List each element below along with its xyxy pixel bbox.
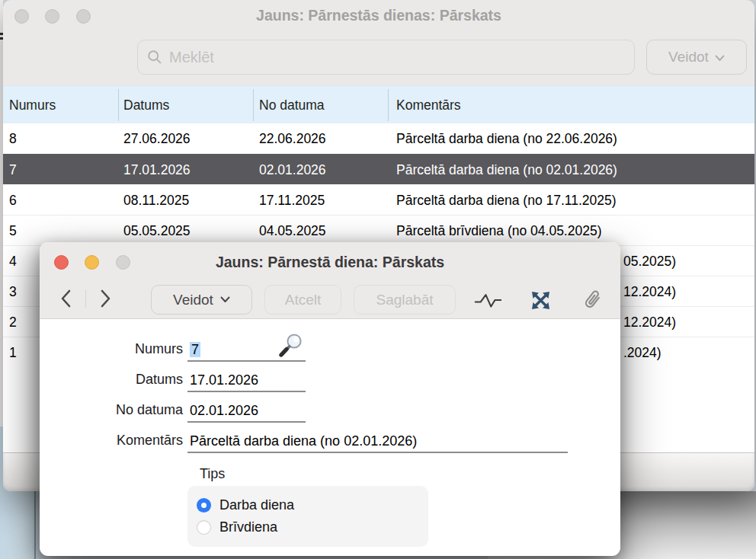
detail-window-title: Jauns: Pārnestā diena: Pārskats xyxy=(40,254,620,271)
chevron-down-icon xyxy=(220,296,230,303)
cell-no-datuma: 22.06.2026 xyxy=(259,131,326,147)
table-row[interactable]: 827.06.202622.06.2026Pārceltā darba dien… xyxy=(3,123,754,154)
toolbar-divider xyxy=(85,289,86,308)
cell-numurs: 8 xyxy=(9,131,17,147)
table-row[interactable]: 717.01.202602.01.2026Pārceltā darba dien… xyxy=(3,154,754,184)
column-divider xyxy=(253,89,254,121)
cell-komentars-partial: 12.2024) xyxy=(623,314,676,330)
cancel-button-label: Atcelt xyxy=(285,292,322,308)
save-button-label: Saglabāt xyxy=(376,292,433,308)
detail-window-titlebar[interactable]: Jauns: Pārnestā diena: Pārskats Veidot xyxy=(40,242,620,319)
table-header: Numurs Datums No datuma Komentārs xyxy=(3,85,754,124)
radio-icon[interactable] xyxy=(197,498,211,513)
column-header-no-datuma[interactable]: No datuma xyxy=(259,97,325,113)
radio-option-label: Darba diena xyxy=(219,497,294,513)
no-datuma-value: 02.01.2026 xyxy=(187,403,258,421)
cell-no-datuma: 02.01.2026 xyxy=(259,161,326,177)
cell-komentars-partial: .2024) xyxy=(623,344,662,360)
activity-icon xyxy=(474,289,501,311)
radio-option-brivdiena[interactable]: Brīvdiena xyxy=(197,516,428,538)
cell-datums: 08.11.2025 xyxy=(123,192,189,208)
create-button[interactable]: Veidot xyxy=(646,40,747,75)
forward-button[interactable] xyxy=(93,285,119,312)
no-datuma-field[interactable]: 02.01.2026 xyxy=(187,398,306,423)
radio-option-darba-diena[interactable]: Darba diena xyxy=(197,494,428,516)
column-divider xyxy=(118,89,119,121)
datums-field[interactable]: 17.01.2026 xyxy=(187,367,306,392)
search-placeholder: Meklēt xyxy=(169,49,214,66)
cell-numurs: 6 xyxy=(9,192,17,208)
cell-numurs: 3 xyxy=(9,283,17,299)
komentars-field[interactable]: Pārceltā darba diena (no 02.01.2026) xyxy=(187,428,568,453)
column-header-komentars[interactable]: Komentārs xyxy=(396,97,461,113)
cell-numurs: 4 xyxy=(9,253,17,269)
activity-button[interactable] xyxy=(474,286,501,314)
search-icon xyxy=(147,50,162,65)
save-button[interactable]: Saglabāt xyxy=(354,285,456,315)
cell-no-datuma: 04.05.2025 xyxy=(259,222,326,238)
list-window-toolbar: Meklēt Veidot xyxy=(3,34,754,85)
cell-numurs: 2 xyxy=(9,314,17,330)
cell-datums: 05.05.2025 xyxy=(123,222,191,238)
list-window-title: Jauns: Pārnestās dienas: Pārskats xyxy=(3,7,754,24)
list-window-titlebar[interactable]: Jauns: Pārnestās dienas: Pārskats xyxy=(3,0,754,34)
magnifier-icon xyxy=(277,332,304,358)
field-label-no-datuma: No datuma xyxy=(46,402,183,418)
cell-no-datuma: 17.11.2025 xyxy=(259,192,325,208)
attachments-button[interactable] xyxy=(578,286,606,314)
cell-numurs: 7 xyxy=(9,161,17,177)
radio-icon[interactable] xyxy=(197,520,211,535)
field-label-datums: Datums xyxy=(46,372,183,388)
datums-value: 17.01.2026 xyxy=(187,372,258,391)
create-button-label: Veidot xyxy=(668,49,709,65)
column-header-numurs[interactable]: Numurs xyxy=(9,97,56,113)
field-label-numurs: Numurs xyxy=(46,341,183,357)
cancel-button[interactable]: Atcelt xyxy=(264,285,341,315)
detail-window-toolbar: Veidot Atcelt Saglabāt xyxy=(40,280,620,318)
chevron-right-icon xyxy=(100,289,112,308)
cell-komentars: Pārceltā darba diena (no 17.11.2025) xyxy=(396,192,617,208)
radio-option-label: Brīvdiena xyxy=(219,519,277,535)
komentars-value: Pārceltā darba diena (no 02.01.2026) xyxy=(187,433,417,452)
cell-datums: 27.06.2026 xyxy=(123,131,191,147)
cell-komentars: Pārceltā darba diena (no 02.01.2026) xyxy=(396,161,617,177)
detail-window: Jauns: Pārnestā diena: Pārskats Veidot xyxy=(40,242,620,556)
chevron-down-icon xyxy=(715,55,725,62)
search-input[interactable]: Meklēt xyxy=(137,40,635,75)
expand-button[interactable] xyxy=(527,286,554,314)
lookup-button[interactable] xyxy=(277,332,304,361)
type-group-label: Tips xyxy=(200,466,225,482)
cell-komentars: Pārceltā brīvdiena (no 04.05.2025) xyxy=(396,222,601,238)
table-row[interactable]: 608.11.202517.11.2025Pārceltā darba dien… xyxy=(3,184,754,215)
cell-numurs: 5 xyxy=(9,222,17,238)
cell-numurs: 1 xyxy=(9,344,17,360)
numurs-value: 7 xyxy=(187,342,200,360)
cell-komentars-partial: 12.2024) xyxy=(623,283,676,299)
back-button[interactable] xyxy=(53,285,78,312)
type-radio-group: Darba diena Brīvdiena xyxy=(187,486,428,547)
selected-text: 7 xyxy=(190,342,200,357)
create-button-label: Veidot xyxy=(173,292,213,308)
table-row[interactable]: 505.05.202504.05.2025Pārceltā brīvdiena … xyxy=(3,215,754,245)
cell-datums: 17.01.2026 xyxy=(123,161,191,177)
cell-komentars-partial: 05.2025) xyxy=(623,253,676,269)
expand-icon xyxy=(530,290,551,311)
create-button[interactable]: Veidot xyxy=(151,285,252,315)
paperclip-icon xyxy=(579,287,605,313)
numurs-field[interactable]: 7 xyxy=(187,337,306,362)
field-label-komentars: Komentārs xyxy=(46,433,183,449)
cell-komentars: Pārceltā darba diena (no 22.06.2026) xyxy=(396,131,617,147)
chevron-left-icon xyxy=(59,289,72,308)
column-header-datums[interactable]: Datums xyxy=(123,97,169,113)
column-divider xyxy=(388,89,389,121)
